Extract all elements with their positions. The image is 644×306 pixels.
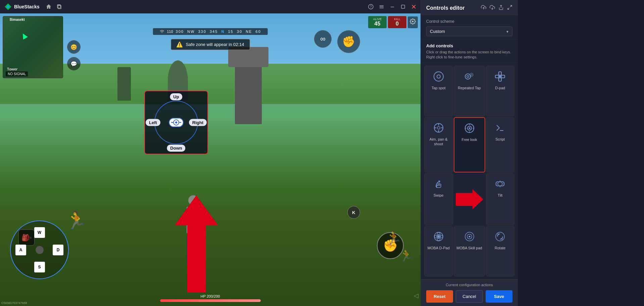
scheme-select[interactable]: Custom: [426, 27, 512, 36]
scheme-label: Control scheme: [426, 19, 454, 24]
action-btn-row: Reset Cancel Save: [426, 290, 512, 303]
wasd-d-button[interactable]: D: [53, 245, 63, 255]
maximize-button[interactable]: [400, 4, 406, 9]
panel-header-icons: [481, 5, 512, 11]
emoji-button[interactable]: 😊: [67, 40, 81, 54]
infinity-button[interactable]: ∞: [314, 30, 332, 48]
control-repeated-tap[interactable]: Repeated Tap: [454, 66, 485, 116]
svg-text:?: ?: [370, 5, 372, 9]
header-nav: [46, 4, 62, 9]
hud-stats: ALIVE 45 KILL 0: [368, 16, 418, 28]
moba-skill-label: MOBA Skill pad: [456, 246, 482, 250]
repeated-tap-label: Repeated Tap: [458, 86, 481, 90]
control-aim-pan-shoot[interactable]: Aim, pan & shoot: [424, 117, 453, 172]
free-look-label: Free look: [462, 137, 477, 142]
panel-arrow-item: [454, 173, 485, 225]
control-swipe[interactable]: Swipe: [424, 173, 453, 225]
control-free-look[interactable]: Free look: [454, 117, 485, 172]
save-button[interactable]: Save: [486, 290, 512, 303]
k-button[interactable]: K: [347, 206, 360, 219]
panel-bottom: Current configuration actions Reset Canc…: [421, 279, 518, 306]
header-right-icons: ?: [368, 4, 416, 9]
arrow-shaft: [456, 193, 473, 206]
control-moba-skill[interactable]: MOBA Skill pad: [454, 226, 485, 276]
panel-header: Controls editor: [421, 0, 518, 15]
close-button[interactable]: [411, 4, 416, 9]
runner-right-1: 🏃: [385, 230, 402, 246]
repeated-tap-icon: [462, 69, 477, 84]
control-rotate[interactable]: Rotate: [486, 226, 515, 276]
control-script[interactable]: Script: [486, 117, 515, 172]
safe-zone-text: Safe zone will appear in 02:14: [186, 42, 244, 47]
chat-button[interactable]: 💬: [67, 57, 81, 70]
svg-point-47: [438, 236, 440, 238]
cancel-button[interactable]: Cancel: [456, 290, 483, 303]
arrow-point: [473, 189, 483, 209]
tower-label: Tower: [7, 67, 18, 71]
dpad-center: [169, 118, 184, 127]
arrow-head: [175, 195, 218, 225]
rotate-icon: [493, 230, 507, 244]
signal-icon: [159, 29, 164, 34]
swipe-label: Swipe: [434, 193, 444, 198]
moba-dpad-icon: [432, 230, 446, 244]
download-button[interactable]: [490, 5, 495, 11]
scheme-dropdown-row: Control scheme: [426, 19, 512, 24]
tilt-icon: [493, 177, 507, 191]
game-content: Bimasekt Tower NO SIGNAL ALIVE 45 KILL 0: [0, 13, 420, 306]
dpad-overlay[interactable]: Up Down Left Right: [144, 91, 208, 154]
dpad-icon: [493, 69, 507, 84]
hp-bar-container: HP 200/200: [160, 294, 261, 302]
minimize-button[interactable]: [390, 4, 395, 9]
compass-text: 300 NW 330 345 N 15 30 NE 60: [176, 30, 261, 34]
control-dpad[interactable]: D-pad: [486, 66, 515, 116]
share-button[interactable]: [498, 5, 504, 11]
add-controls-section: Add controls Click or drag the actions o…: [421, 39, 518, 63]
fist-button[interactable]: ✊: [337, 30, 360, 53]
svg-point-19: [437, 75, 440, 78]
wasd-w-button[interactable]: W: [34, 227, 45, 238]
upload-button[interactable]: [481, 5, 486, 11]
svg-rect-41: [496, 182, 504, 186]
wasd-circle: W A S D: [10, 220, 69, 279]
free-look-icon: [462, 121, 477, 135]
svg-point-21: [467, 75, 469, 78]
control-tilt[interactable]: Tilt: [486, 173, 515, 225]
fullscreen-button[interactable]: [507, 5, 512, 11]
script-label: Script: [495, 137, 505, 142]
wasd-s-button[interactable]: S: [34, 262, 45, 272]
control-tap-spot[interactable]: Tap spot: [424, 66, 453, 116]
wasd-a-button[interactable]: A: [15, 245, 26, 255]
copy-button[interactable]: [57, 4, 62, 9]
kill-value: 0: [396, 21, 399, 27]
tree-1: [117, 67, 131, 101]
runner-right-2: 🏃: [399, 249, 414, 262]
safe-zone-notice: ⚠️ Safe zone will appear in 02:14: [170, 39, 250, 50]
tap-spot-icon: [432, 69, 446, 84]
svg-point-22: [470, 73, 473, 76]
help-button[interactable]: ?: [368, 4, 374, 9]
kill-stat: KILL 0: [388, 16, 406, 28]
settings-button[interactable]: [408, 16, 418, 28]
reset-button[interactable]: Reset: [426, 290, 453, 303]
dpad-box: Up Down Left Right: [144, 91, 208, 154]
control-moba-dpad[interactable]: MOBA D-Pad: [424, 226, 453, 276]
home-button[interactable]: [46, 4, 51, 9]
scheme-dropdown-container[interactable]: Custom ▼: [426, 27, 512, 36]
alive-label: ALIVE: [373, 17, 382, 21]
alive-value: 45: [375, 21, 381, 27]
svg-point-18: [434, 72, 443, 81]
bluestacks-header: BlueStacks ?: [0, 0, 420, 13]
minimap: Bimasekt Tower NO SIGNAL: [3, 16, 63, 78]
no-signal: NO SIGNAL: [6, 71, 28, 76]
app-name: BlueStacks: [14, 4, 39, 9]
menu-button[interactable]: [379, 4, 384, 9]
red-arrow: [175, 195, 218, 293]
dpad-up-label: Up: [170, 93, 182, 100]
aim-label: Aim, pan & shoot: [427, 137, 451, 147]
tower-top: [228, 47, 268, 67]
location-label: Bimasekt: [10, 18, 24, 21]
hp-bar: [160, 299, 261, 302]
svg-point-32: [437, 126, 440, 129]
alive-stat: ALIVE 45: [368, 16, 387, 28]
